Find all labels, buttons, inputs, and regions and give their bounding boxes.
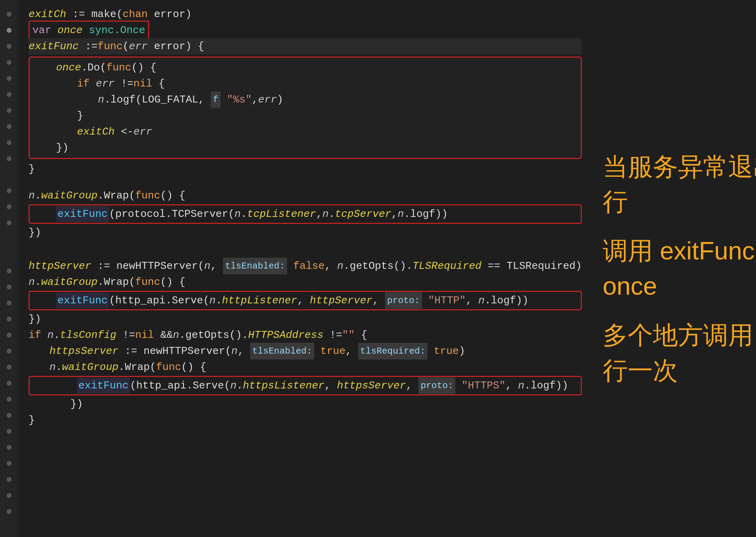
code-token: .: [56, 359, 62, 375]
gutter-row: [0, 167, 18, 183]
code-token: err: [258, 92, 277, 108]
code-line-17: httpServer := newHTTPServer( n , tlsEnab…: [29, 258, 582, 274]
code-token: "HTTPS": [462, 378, 506, 394]
code-token: .: [54, 327, 60, 343]
code-token: tcpServer: [335, 206, 391, 222]
gutter-row: [0, 279, 18, 295]
code-token: [455, 378, 462, 394]
code-token: n: [209, 293, 216, 309]
code-line-20: }): [29, 311, 582, 327]
code-token: n: [230, 378, 237, 394]
code-token: f: [211, 91, 221, 108]
code-token: .logf(LOG_FATAL,: [104, 92, 211, 108]
code-line-10: }: [29, 161, 582, 177]
gutter-row: [0, 86, 18, 103]
code-token: exitFunc: [56, 206, 109, 222]
code-token: (http_api.Serve(: [130, 378, 230, 394]
code-token: !=: [116, 327, 135, 343]
code-line-18: n . waitGroup .Wrap( func () {: [29, 274, 582, 290]
code-token: .: [237, 378, 243, 394]
code-line-7: }: [35, 108, 575, 124]
code-token: proto:: [385, 292, 422, 309]
code-line-1: exitCh := make( chan error): [29, 6, 582, 22]
code-token: ,: [372, 293, 385, 309]
code-token: false: [293, 258, 325, 274]
gutter-row: [0, 359, 18, 375]
code-token: }): [29, 225, 41, 241]
gutter-row: [0, 343, 18, 359]
code-token: waitGroup: [41, 274, 98, 290]
gutter-row: [0, 151, 18, 167]
code-token: err: [96, 76, 115, 92]
code-token: !=: [323, 327, 342, 343]
code-token: }): [70, 396, 83, 412]
code-token: [427, 343, 434, 359]
gutter-row: [0, 407, 18, 423]
code-token: ,: [506, 378, 518, 394]
gutter-row: [0, 135, 18, 151]
code-token: <-: [115, 124, 133, 140]
code-token: ,: [210, 258, 223, 274]
code-token: httpsServer: [337, 378, 406, 394]
gutter-row: [0, 455, 18, 471]
code-token: }): [56, 140, 69, 156]
gutter-row: [0, 70, 18, 86]
code-token: proto:: [418, 377, 455, 394]
gutter-row: [0, 391, 18, 407]
code-line-19: exitFunc (http_api.Serve( n . httpListen…: [35, 293, 575, 309]
code-token: .Wrap(: [98, 274, 135, 290]
code-token: once: [57, 22, 83, 38]
code-token: .Wrap(: [98, 188, 135, 204]
code-line-6: n .logf(LOG_FATAL, f "%s" , err ): [35, 92, 575, 108]
code-token: "HTTP": [428, 293, 466, 309]
code-token: := make(: [66, 6, 123, 22]
code-token: "%s": [227, 92, 252, 108]
code-token: ,: [391, 206, 398, 222]
code-token: ,: [297, 293, 310, 309]
code-token: n: [29, 274, 35, 290]
code-token: HTTPSAddress: [248, 327, 323, 343]
code-token: }): [29, 311, 41, 327]
spacer: [29, 241, 582, 258]
code-token: !=: [115, 76, 133, 92]
annotation-line-2: 调用 exitFunc，即调用 once: [603, 233, 756, 304]
gutter-row: [0, 247, 18, 263]
code-token: httpsServer: [49, 343, 118, 359]
gutter-row: [0, 199, 18, 215]
code-token: &&: [154, 327, 173, 343]
annotation-line-3: 多个地方调用，只会执行一次: [603, 318, 756, 388]
code-token: [83, 22, 89, 38]
code-line-24: exitFunc (http_api.Serve( n . httpsListe…: [35, 378, 575, 394]
code-token: tlsEnabled:: [250, 343, 314, 360]
code-token: error) {: [148, 38, 204, 54]
gutter-row: [0, 183, 18, 199]
annotation-line-1: 当服务异常退出时，执行: [603, 149, 756, 220]
code-token: [422, 293, 428, 309]
code-token: ,: [346, 343, 358, 359]
code-token: .getOpts().: [344, 258, 412, 274]
code-token: .getOpts().: [179, 327, 248, 343]
code-token: n: [29, 188, 35, 204]
code-token: tlsEnabled:: [223, 258, 287, 274]
annotation-panel: 当服务异常退出时，执行 调用 exitFunc，即调用 once 多个地方调用，…: [582, 0, 756, 537]
code-token: exitFunc: [77, 378, 130, 394]
code-line-8: exitCh <- err: [35, 124, 575, 140]
gutter-row: [0, 439, 18, 455]
gutter-row: [0, 215, 18, 231]
code-token: .logf)): [524, 378, 568, 394]
gutter-row: [0, 311, 18, 327]
code-token: n: [398, 206, 404, 222]
gutter-row: [0, 231, 18, 247]
code-token: tlsConfig: [60, 327, 116, 343]
code-token: ,: [252, 92, 258, 108]
code-token: .logf)): [404, 206, 448, 222]
code-token: n: [322, 206, 329, 222]
code-line-21: if n . tlsConfig != nil && n .getOpts().…: [29, 327, 582, 343]
code-line-3: exitFunc := func ( err error) {: [29, 38, 582, 54]
https-exitfunc-block: exitFunc (http_api.Serve( n . httpsListe…: [29, 376, 582, 395]
code-line-4: once .Do( func () {: [35, 60, 575, 76]
code-line-22: httpsServer := newHTTPServer( n , tlsEna…: [29, 343, 582, 359]
code-token: ): [459, 343, 465, 359]
code-token: err: [129, 38, 148, 54]
code-token: tlsRequired:: [358, 343, 427, 360]
